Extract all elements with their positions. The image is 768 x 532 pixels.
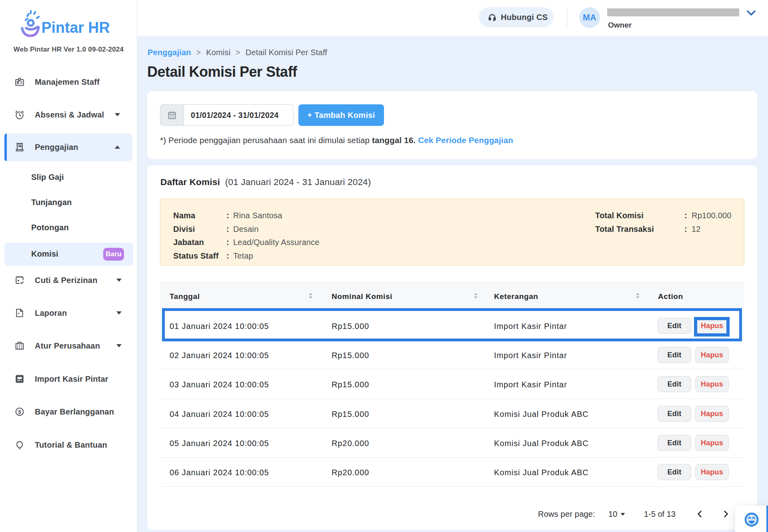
svg-text:Pintar HR: Pintar HR bbox=[42, 19, 110, 36]
svg-text:$: $ bbox=[18, 409, 21, 415]
